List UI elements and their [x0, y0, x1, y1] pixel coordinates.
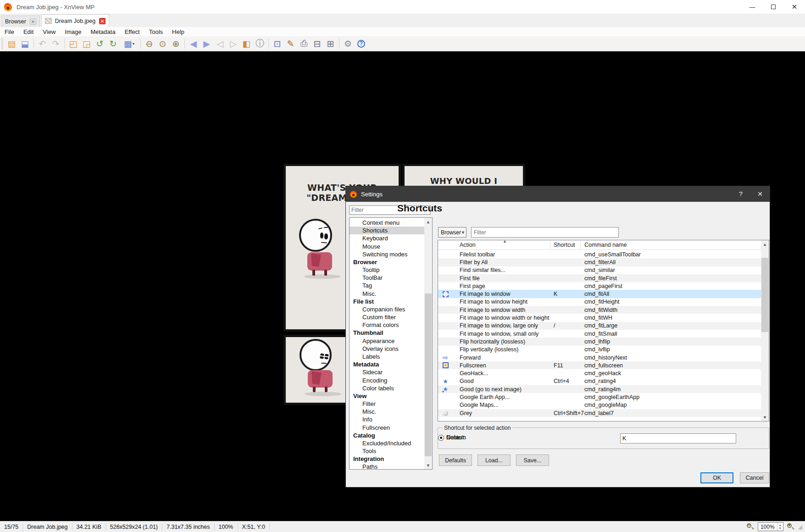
table-row[interactable]: Fit image to window K cmd_fitAll: [438, 290, 761, 298]
toolbar-button[interactable]: ⓘ ▾: [253, 38, 266, 50]
settings-tree-item[interactable]: Info: [350, 416, 424, 423]
settings-tree-item[interactable]: Paths: [350, 463, 424, 470]
scroll-up-icon[interactable]: ▲: [424, 218, 432, 226]
tab-close-icon[interactable]: ✕: [99, 18, 105, 24]
toolbar-button[interactable]: ⬓ ▾: [18, 38, 32, 50]
zoom-out-icon[interactable]: −: [746, 523, 755, 531]
toolbar-button[interactable]: ↻ ▾: [106, 38, 120, 50]
settings-tree-item[interactable]: Tag: [350, 282, 424, 289]
settings-tree-item[interactable]: Filter: [350, 400, 424, 408]
toolbar-button[interactable]: ⎙ ▾: [297, 38, 311, 50]
custom-shortcut-input[interactable]: [620, 433, 736, 443]
minimize-button[interactable]: —: [742, 0, 763, 14]
settings-tree-item[interactable]: Integration: [350, 455, 424, 463]
column-header-action[interactable]: Action: [460, 242, 476, 248]
settings-tree-item[interactable]: Browser: [350, 258, 424, 266]
table-row[interactable]: GeoHack... cmd_geoHack: [438, 369, 761, 377]
table-row[interactable]: Grey Ctrl+Shift+7 cmd_label7: [438, 409, 761, 417]
menu-item[interactable]: Effect: [120, 28, 144, 35]
toolbar-button[interactable]: ⊖ ▾: [143, 38, 156, 50]
table-row[interactable]: Fit image to window width cmd_fitWidth: [438, 306, 761, 314]
settings-tree-item[interactable]: View: [350, 392, 424, 400]
scroll-down-icon[interactable]: ▼: [761, 413, 769, 421]
resize-grip-icon[interactable]: ◢: [798, 524, 803, 530]
menu-item[interactable]: Metadata: [86, 28, 120, 35]
menu-item[interactable]: Help: [167, 28, 189, 35]
settings-tree-item[interactable]: Excluded/Included: [350, 439, 424, 447]
toolbar-button[interactable]: ▾: [266, 38, 271, 50]
settings-tree-item[interactable]: ToolBar: [350, 274, 424, 282]
load-button[interactable]: Load...: [477, 454, 511, 466]
settings-tree-item[interactable]: Misc.: [350, 290, 424, 298]
menu-item[interactable]: File: [0, 28, 19, 35]
toolbar-button[interactable]: ▾: [139, 38, 143, 50]
settings-tree-item[interactable]: Metadata: [350, 360, 424, 368]
table-scrollbar[interactable]: ▲ ▼: [761, 240, 769, 421]
tab-browser[interactable]: Browser ✕: [1, 16, 40, 27]
table-row[interactable]: First file cmd_fileFirst: [438, 274, 761, 282]
scrollbar-thumb[interactable]: [425, 294, 432, 456]
cancel-button[interactable]: Cancel: [740, 472, 769, 483]
settings-tree-item[interactable]: Sidecar: [350, 368, 424, 376]
toolbar-button[interactable]: ⊕ ▾: [169, 38, 183, 50]
settings-tree-item[interactable]: Labels: [350, 353, 424, 360]
toolbar-button[interactable]: ↺ ▾: [93, 38, 106, 50]
settings-tree-item[interactable]: Catalog: [350, 432, 424, 439]
defaults-button[interactable]: Defaults: [439, 454, 472, 466]
toolbar-button[interactable]: ◀ ▾: [187, 38, 200, 50]
settings-tree-item[interactable]: Appearance: [350, 337, 424, 345]
save-button[interactable]: Save...: [516, 454, 549, 466]
toolbar-button[interactable]: ▾: [62, 38, 67, 50]
toolbar-button[interactable]: ⚙ ▾: [341, 38, 355, 50]
zoom-in-icon[interactable]: +: [787, 523, 795, 531]
settings-tree-item[interactable]: Mouse: [350, 243, 424, 250]
table-row[interactable]: Flip vertically (lossless) cmd_lvflip: [438, 346, 761, 354]
scrollbar-thumb[interactable]: [761, 258, 768, 332]
ok-button[interactable]: OK: [700, 472, 733, 483]
dialog-help-button[interactable]: ?: [731, 186, 750, 202]
table-header[interactable]: ▲ Action Shortcut Command name: [438, 240, 761, 250]
tab-image[interactable]: Dream Job.jpeg ✕: [41, 14, 109, 27]
settings-tree-item[interactable]: Shortcuts: [350, 227, 424, 234]
menu-item[interactable]: Image: [60, 28, 86, 35]
settings-tree-item[interactable]: Context menu: [350, 219, 424, 227]
shortcut-radio[interactable]: Custom: [438, 434, 466, 441]
toolbar-button[interactable]: ▾: [32, 38, 36, 50]
table-row[interactable]: Google Maps... cmd_googleMap: [438, 401, 761, 409]
settings-tree-item[interactable]: Switching modes: [350, 250, 424, 258]
toolbar-button[interactable]: ✎ ▾: [284, 38, 297, 50]
toolbar-button[interactable]: ▾: [337, 38, 341, 50]
spinner-arrows-icon[interactable]: ▲▼: [777, 523, 783, 531]
tree-scrollbar[interactable]: ▲ ▼: [424, 218, 432, 469]
column-header-command[interactable]: Command name: [584, 242, 627, 248]
close-button[interactable]: ✕: [784, 0, 805, 14]
table-row[interactable]: Fit image to window height cmd_fitHeight: [438, 298, 761, 306]
toolbar-button[interactable]: ◲ ▾: [80, 38, 93, 50]
toolbar-button[interactable]: ▤ ▾: [5, 38, 18, 50]
column-header-shortcut[interactable]: Shortcut: [554, 242, 575, 248]
table-row[interactable]: Filter by All cmd_filterAll: [438, 258, 761, 266]
toolbar-button[interactable]: ▷ ▾: [227, 38, 240, 50]
toolbar-button[interactable]: ⊟ ▾: [311, 38, 324, 50]
menu-item[interactable]: Tools: [144, 28, 167, 35]
table-row[interactable]: First page cmd_pageFirst: [438, 282, 761, 290]
settings-tree-item[interactable]: Tooltip: [350, 266, 424, 274]
table-row[interactable]: Google Earth App... cmd_googleEarthApp: [438, 393, 761, 401]
settings-tree-item[interactable]: Misc.: [350, 408, 424, 416]
table-row[interactable]: Fit image to window, large only / cmd_fi…: [438, 322, 761, 330]
toolbar-button[interactable]: ◁ ▾: [213, 38, 227, 50]
settings-tree-item[interactable]: Custom filter: [350, 313, 424, 321]
menu-item[interactable]: Edit: [19, 28, 38, 35]
settings-tree-item[interactable]: Color labels: [350, 384, 424, 392]
toolbar-button[interactable]: ▦ ▾: [120, 38, 139, 50]
scroll-down-icon[interactable]: ▼: [424, 461, 432, 469]
tab-close-icon[interactable]: ✕: [30, 18, 36, 25]
maximize-button[interactable]: [763, 0, 784, 14]
settings-tree-item[interactable]: Thumbnail: [350, 329, 424, 337]
toolbar-drag-handle[interactable]: [1, 39, 3, 49]
table-row[interactable]: ⇨ Forward cmd_historyNext: [438, 354, 761, 361]
toolbar-button[interactable]: ⊞ ▾: [324, 38, 337, 50]
toolbar-button[interactable]: ⊙ ▾: [156, 38, 169, 50]
settings-tree-item[interactable]: Format colors: [350, 321, 424, 329]
table-row[interactable]: Fullscreen F11 cmd_fullscreen: [438, 361, 761, 369]
